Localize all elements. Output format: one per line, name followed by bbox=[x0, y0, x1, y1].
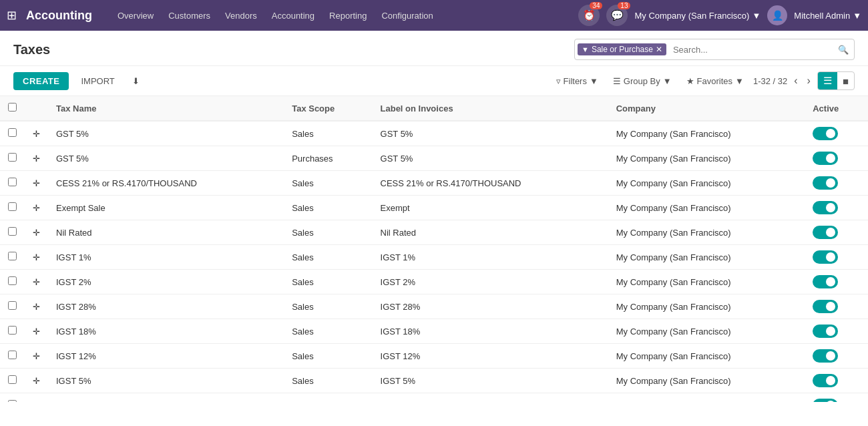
search-input[interactable] bbox=[669, 45, 833, 55]
cell-tax-name[interactable]: Nil Rated bbox=[48, 220, 284, 245]
row-checkbox[interactable] bbox=[8, 153, 17, 162]
cell-tax-name[interactable]: IGST 12% bbox=[48, 344, 284, 369]
cell-active[interactable] bbox=[805, 171, 868, 196]
active-toggle[interactable] bbox=[813, 152, 838, 165]
active-toggle[interactable] bbox=[813, 226, 838, 239]
active-toggle[interactable] bbox=[813, 349, 838, 363]
cell-tax-name[interactable]: IGST 1% bbox=[48, 245, 284, 270]
cell-tax-name[interactable]: IGST 2% bbox=[48, 270, 284, 294]
drag-handle[interactable]: ✛ bbox=[25, 270, 48, 294]
row-checkbox-cell[interactable] bbox=[0, 344, 25, 369]
active-toggle[interactable] bbox=[813, 300, 838, 313]
cell-active[interactable] bbox=[805, 319, 868, 344]
cell-tax-name[interactable]: CESS 21% or RS.4170/THOUSAND bbox=[48, 393, 284, 403]
cell-tax-name[interactable]: IGST 28% bbox=[48, 294, 284, 319]
drag-handle[interactable]: ✛ bbox=[25, 344, 48, 369]
select-all-checkbox[interactable] bbox=[8, 103, 17, 112]
drag-handle[interactable]: ✛ bbox=[25, 146, 48, 171]
prev-page-button[interactable]: ‹ bbox=[791, 73, 800, 88]
row-checkbox[interactable] bbox=[8, 128, 17, 137]
row-checkbox-cell[interactable] bbox=[0, 369, 25, 393]
active-toggle[interactable] bbox=[813, 399, 838, 402]
drag-handle[interactable]: ✛ bbox=[25, 171, 48, 196]
drag-handle[interactable]: ✛ bbox=[25, 245, 48, 270]
row-checkbox[interactable] bbox=[8, 301, 17, 310]
row-checkbox[interactable] bbox=[8, 276, 17, 285]
search-filter-tag[interactable]: ▼ Sale or Purchase ✕ bbox=[578, 43, 666, 55]
nav-accounting[interactable]: Accounting bbox=[265, 8, 321, 23]
header-select-all[interactable] bbox=[0, 96, 25, 121]
row-checkbox-cell[interactable] bbox=[0, 121, 25, 146]
row-checkbox-cell[interactable] bbox=[0, 220, 25, 245]
active-toggle[interactable] bbox=[813, 127, 838, 140]
row-checkbox[interactable] bbox=[8, 375, 17, 384]
header-label-on-invoices[interactable]: Label on Invoices bbox=[373, 96, 608, 121]
cell-active[interactable] bbox=[805, 294, 868, 319]
row-checkbox-cell[interactable] bbox=[0, 393, 25, 403]
cell-active[interactable] bbox=[805, 393, 868, 403]
active-toggle[interactable] bbox=[813, 176, 838, 190]
cell-active[interactable] bbox=[805, 245, 868, 270]
header-tax-name[interactable]: Tax Name bbox=[48, 96, 284, 121]
filters-button[interactable]: ▿ Filters ▼ bbox=[551, 73, 604, 89]
nav-customers[interactable]: Customers bbox=[162, 8, 217, 23]
row-checkbox[interactable] bbox=[8, 400, 17, 402]
active-toggle[interactable] bbox=[813, 374, 838, 387]
cell-tax-name[interactable]: IGST 18% bbox=[48, 319, 284, 344]
cell-tax-name[interactable]: IGST 5% bbox=[48, 369, 284, 393]
cell-active[interactable] bbox=[805, 369, 868, 393]
row-checkbox[interactable] bbox=[8, 252, 17, 260]
import-button[interactable]: IMPORT bbox=[75, 73, 120, 89]
row-checkbox[interactable] bbox=[8, 351, 17, 359]
cell-active[interactable] bbox=[805, 220, 868, 245]
cell-tax-name[interactable]: Exempt Sale bbox=[48, 196, 284, 220]
cell-active[interactable] bbox=[805, 121, 868, 146]
nav-reporting[interactable]: Reporting bbox=[322, 8, 373, 23]
row-checkbox-cell[interactable] bbox=[0, 171, 25, 196]
row-checkbox[interactable] bbox=[8, 326, 17, 335]
drag-handle[interactable]: ✛ bbox=[25, 121, 48, 146]
list-view-button[interactable]: ☰ bbox=[818, 72, 837, 89]
row-checkbox[interactable] bbox=[8, 227, 17, 236]
row-checkbox-cell[interactable] bbox=[0, 196, 25, 220]
cell-active[interactable] bbox=[805, 146, 868, 171]
grid-menu-icon[interactable]: ⊞ bbox=[7, 8, 17, 23]
favorites-button[interactable]: ★ Favorites ▼ bbox=[681, 73, 749, 89]
drag-handle[interactable]: ✛ bbox=[25, 196, 48, 220]
active-toggle[interactable] bbox=[813, 201, 838, 214]
active-toggle[interactable] bbox=[813, 325, 838, 338]
nav-configuration[interactable]: Configuration bbox=[375, 8, 439, 23]
drag-handle[interactable]: ✛ bbox=[25, 220, 48, 245]
company-selector[interactable]: My Company (San Francisco) ▼ bbox=[634, 11, 761, 21]
search-icon[interactable]: 🔍 bbox=[833, 42, 854, 57]
row-checkbox[interactable] bbox=[8, 202, 17, 211]
messages-icon-btn[interactable]: 💬 13 bbox=[606, 5, 628, 26]
drag-handle[interactable]: ✛ bbox=[25, 369, 48, 393]
groupby-button[interactable]: ☰ Group By ▼ bbox=[608, 73, 677, 89]
cell-active[interactable] bbox=[805, 270, 868, 294]
drag-handle[interactable]: ✛ bbox=[25, 294, 48, 319]
nav-vendors[interactable]: Vendors bbox=[218, 8, 264, 23]
download-button[interactable]: ⬇ bbox=[127, 73, 145, 89]
row-checkbox-cell[interactable] bbox=[0, 270, 25, 294]
cell-active[interactable] bbox=[805, 344, 868, 369]
row-checkbox[interactable] bbox=[8, 178, 17, 186]
row-checkbox-cell[interactable] bbox=[0, 245, 25, 270]
drag-handle[interactable]: ✛ bbox=[25, 319, 48, 344]
kanban-view-button[interactable]: ■ bbox=[837, 72, 854, 89]
row-checkbox-cell[interactable] bbox=[0, 319, 25, 344]
cell-tax-name[interactable]: CESS 21% or RS.4170/THOUSAND bbox=[48, 171, 284, 196]
drag-handle[interactable]: ✛ bbox=[25, 393, 48, 403]
header-tax-scope[interactable]: Tax Scope bbox=[284, 96, 372, 121]
active-toggle[interactable] bbox=[813, 275, 838, 288]
active-toggle[interactable] bbox=[813, 250, 838, 264]
row-checkbox-cell[interactable] bbox=[0, 146, 25, 171]
create-button[interactable]: CREATE bbox=[13, 72, 69, 90]
cell-tax-name[interactable]: GST 5% bbox=[48, 121, 284, 146]
header-company[interactable]: Company bbox=[608, 96, 805, 121]
user-name[interactable]: Mitchell Admin ▼ bbox=[794, 11, 861, 21]
row-checkbox-cell[interactable] bbox=[0, 294, 25, 319]
header-active[interactable]: Active bbox=[805, 96, 868, 121]
next-page-button[interactable]: › bbox=[805, 73, 813, 88]
cell-active[interactable] bbox=[805, 196, 868, 220]
